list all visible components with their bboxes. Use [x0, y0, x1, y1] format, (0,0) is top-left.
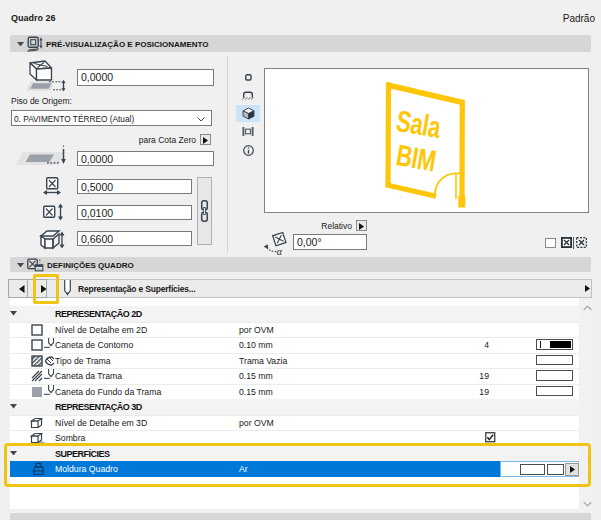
svg-text:BIM: BIM: [394, 138, 439, 179]
svg-text:α: α: [277, 246, 283, 256]
